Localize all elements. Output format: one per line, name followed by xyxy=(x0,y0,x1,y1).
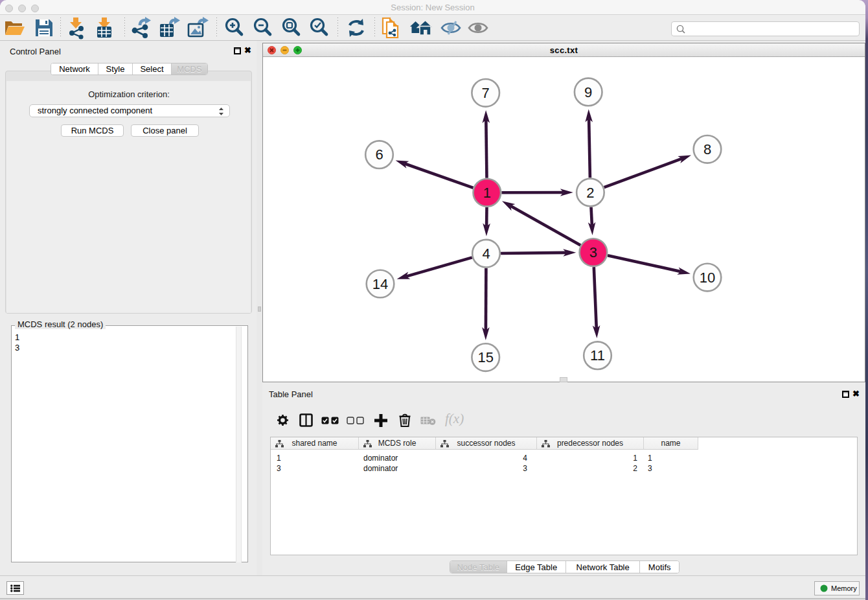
svg-text:10: 10 xyxy=(700,270,715,286)
svg-text:3: 3 xyxy=(589,244,597,260)
svg-text:11: 11 xyxy=(590,347,605,363)
svg-text:4: 4 xyxy=(482,246,490,262)
svg-text:2: 2 xyxy=(586,185,594,201)
svg-text:15: 15 xyxy=(477,349,493,365)
svg-text:7: 7 xyxy=(482,85,490,101)
svg-text:6: 6 xyxy=(375,146,383,163)
svg-text:8: 8 xyxy=(703,141,711,157)
svg-text:14: 14 xyxy=(372,276,388,292)
svg-text:9: 9 xyxy=(584,84,592,100)
svg-text:1: 1 xyxy=(483,185,491,201)
